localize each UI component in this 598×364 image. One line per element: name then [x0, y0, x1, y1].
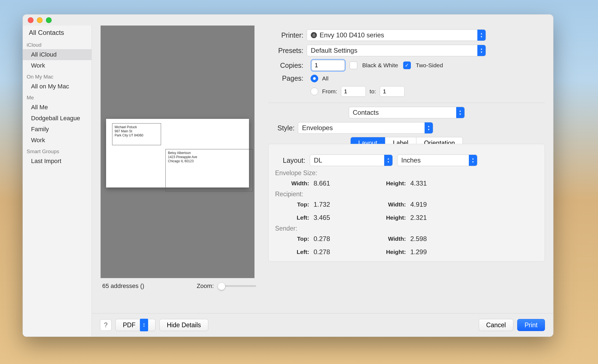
rcp-height-label: Height:: [356, 214, 406, 221]
sender-name: Michael Potuck: [115, 125, 159, 129]
sidebar-item-all-icloud[interactable]: All iCloud: [23, 49, 92, 60]
bw-label: Black & White: [362, 62, 398, 69]
preview-status-text: 65 addresses (): [102, 282, 144, 290]
env-height-value: 4.331: [410, 180, 441, 187]
sidebar-header-icloud: iCloud: [23, 39, 92, 49]
copies-label: Copies:: [268, 61, 307, 69]
contacts-sidebar: All Contacts iCloud All iCloud Work On M…: [23, 26, 92, 337]
presets-value: Default Settings: [311, 47, 357, 54]
pages-all-label: All: [322, 75, 328, 82]
hide-details-button[interactable]: Hide Details: [159, 319, 208, 331]
titlebar[interactable]: [23, 15, 553, 26]
presets-select[interactable]: Default Settings: [307, 45, 486, 56]
app-options-select[interactable]: Contacts: [349, 107, 465, 118]
style-label: Style:: [268, 124, 298, 132]
style-select[interactable]: Envelopes: [298, 122, 433, 134]
app-options-value: Contacts: [353, 109, 379, 116]
close-button[interactable]: [28, 17, 34, 23]
print-options-column: Printer: ⎙ Envy 100 D410 series Presets:…: [268, 26, 545, 313]
layout-size-select[interactable]: DL: [310, 155, 393, 166]
sidebar-item-all-me[interactable]: All Me: [23, 102, 92, 113]
presets-label: Presets:: [268, 47, 307, 55]
envelope-size-header: Envelope Size:: [275, 169, 538, 177]
stepper-arrows-icon: [477, 30, 486, 41]
divider: [268, 103, 545, 103]
print-preview[interactable]: Michael Potuck 987 Main St Park City UT …: [101, 26, 254, 278]
snd-left-value: 0.278: [314, 248, 352, 256]
env-width-label: Width:: [279, 180, 309, 187]
pages-to-input[interactable]: [380, 86, 405, 97]
pdf-label: PDF: [123, 321, 135, 329]
printer-select[interactable]: ⎙ Envy 100 D410 series: [307, 29, 486, 41]
snd-top-label: Top:: [279, 236, 309, 242]
sidebar-item-icloud-work[interactable]: Work: [23, 60, 92, 71]
recipient-city: Chicago IL 60123: [168, 159, 250, 163]
rcp-left-label: Left:: [279, 214, 309, 221]
style-value: Envelopes: [302, 124, 333, 132]
zoom-slider-thumb[interactable]: [218, 282, 225, 290]
sidebar-header-onmymac: On My Mac: [23, 71, 92, 81]
pages-to-label: to:: [370, 88, 376, 95]
recipient-header: Recipient:: [275, 191, 538, 198]
print-button[interactable]: Print: [517, 319, 545, 331]
printer-label: Printer:: [268, 31, 307, 39]
snd-height-value: 1.299: [410, 248, 441, 256]
rcp-width-label: Width:: [356, 201, 406, 208]
sidebar-all-contacts[interactable]: All Contacts: [23, 27, 92, 39]
window-controls: [28, 17, 52, 23]
zoom-slider[interactable]: [218, 285, 256, 287]
sidebar-item-family[interactable]: Family: [23, 124, 92, 135]
dialog-footer: ? PDF Hide Details Cancel Print: [92, 313, 553, 337]
cancel-button[interactable]: Cancel: [479, 319, 513, 331]
sender-city: Park City UT 84060: [115, 133, 159, 138]
rcp-top-value: 1.732: [314, 201, 352, 208]
layout-size-value: DL: [314, 156, 322, 164]
zoom-button[interactable]: [46, 17, 52, 23]
sidebar-header-smart-groups: Smart Groups: [23, 146, 92, 156]
rcp-top-label: Top:: [279, 201, 309, 208]
printer-value: Envy 100 D410 series: [320, 31, 384, 39]
snd-width-value: 2.598: [410, 235, 441, 243]
sidebar-item-dodgeball[interactable]: Dodgeball League: [23, 113, 92, 124]
twosided-checkbox[interactable]: ✓: [403, 61, 411, 69]
sender-box[interactable]: Michael Potuck 987 Main St Park City UT …: [112, 123, 161, 145]
stepper-arrows-icon: [425, 122, 433, 133]
layout-panel: Layout: DL Inches Envelope S: [268, 144, 545, 262]
sidebar-item-all-on-my-mac[interactable]: All on My Mac: [23, 81, 92, 92]
desktop: All Contacts iCloud All iCloud Work On M…: [0, 0, 598, 364]
snd-width-label: Width:: [356, 236, 406, 242]
env-height-label: Height:: [356, 180, 406, 187]
stepper-arrows-icon: [469, 155, 477, 166]
sender-street: 987 Main St: [115, 129, 159, 133]
env-width-value: 8.661: [314, 180, 352, 187]
pages-range-radio[interactable]: [311, 88, 318, 95]
recipient-street: 1423 Pineapple Ave: [168, 155, 250, 159]
chevron-updown-icon: [140, 319, 148, 331]
layout-label: Layout:: [275, 156, 305, 164]
copies-input[interactable]: [312, 60, 345, 71]
rcp-width-value: 4.919: [410, 201, 441, 208]
recipient-name: Betsy Albertson: [168, 151, 250, 155]
help-button[interactable]: ?: [100, 319, 112, 331]
twosided-label: Two-Sided: [416, 62, 443, 69]
bw-checkbox[interactable]: [350, 61, 357, 69]
pages-from-input[interactable]: [341, 86, 366, 97]
snd-left-label: Left:: [279, 249, 309, 255]
rcp-height-value: 2.321: [410, 214, 441, 222]
print-dialog-window: All Contacts iCloud All iCloud Work On M…: [23, 14, 553, 337]
pdf-menu-button[interactable]: PDF: [115, 319, 156, 331]
pages-all-radio[interactable]: [311, 75, 318, 82]
layout-units-value: Inches: [401, 156, 421, 164]
snd-top-value: 0.278: [314, 235, 352, 243]
minimize-button[interactable]: [37, 17, 43, 23]
preview-column: Michael Potuck 987 Main St Park City UT …: [97, 26, 258, 313]
recipient-box[interactable]: Betsy Albertson 1423 Pineapple Ave Chica…: [165, 149, 253, 191]
pages-from-label: From:: [322, 88, 337, 95]
stepper-arrows-icon: [477, 45, 486, 56]
print-dialog-main: Michael Potuck 987 Main St Park City UT …: [92, 26, 553, 337]
stepper-arrows-icon: [384, 155, 392, 166]
sidebar-item-last-import[interactable]: Last Import: [23, 156, 92, 167]
layout-units-select[interactable]: Inches: [397, 155, 477, 166]
sidebar-item-me-work[interactable]: Work: [23, 135, 92, 146]
zoom-label: Zoom:: [197, 282, 214, 290]
